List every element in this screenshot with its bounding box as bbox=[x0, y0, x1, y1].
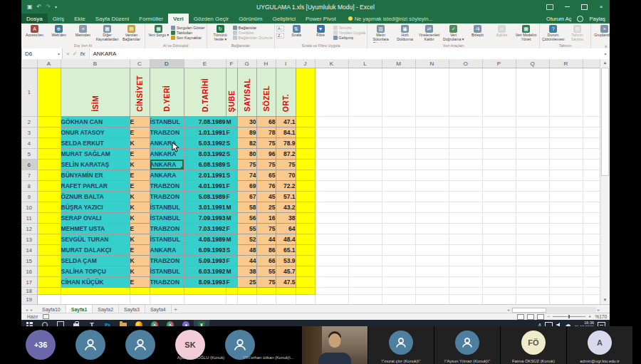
cell-C4[interactable]: K bbox=[130, 138, 150, 149]
cell-I3[interactable]: 84.1 bbox=[276, 128, 296, 138]
cell-N9[interactable] bbox=[415, 192, 449, 202]
ribbon-button-filtre[interactable]: ▼Filtre bbox=[309, 24, 333, 38]
cell-A2[interactable] bbox=[37, 117, 61, 128]
sort-a-button[interactable]: A↓ bbox=[276, 26, 283, 31]
column-header-F[interactable]: F bbox=[226, 59, 237, 68]
cell-O1[interactable] bbox=[449, 68, 482, 117]
cell-G12[interactable]: 55 bbox=[237, 224, 256, 234]
cell-P9[interactable] bbox=[482, 192, 516, 202]
ribbon-button-yinelenenleri-kaldır[interactable]: ⇄Yinelenenleri Kaldır bbox=[417, 24, 441, 42]
cell-J14[interactable] bbox=[296, 245, 315, 256]
row-header-10[interactable]: 10 bbox=[21, 202, 37, 213]
cell-P4[interactable] bbox=[482, 138, 516, 149]
cell-B7[interactable]: BÜNYAMİN ER bbox=[61, 170, 130, 181]
cell-J16[interactable] bbox=[296, 266, 315, 277]
column-header-M[interactable]: M bbox=[382, 59, 415, 68]
cell-P10[interactable] bbox=[482, 202, 516, 213]
column-header-G[interactable]: G bbox=[237, 59, 256, 68]
cell-B2[interactable]: GÖKHAN CAN bbox=[61, 117, 130, 128]
ribbon-button-varolan-bağlantılar[interactable]: ▤Varolan Bağlantılar bbox=[120, 24, 143, 42]
tab-görünüm[interactable]: Görünüm bbox=[234, 14, 267, 24]
cell-A5[interactable] bbox=[37, 149, 61, 160]
cell-N11[interactable] bbox=[415, 213, 449, 224]
row-header-11[interactable]: 11 bbox=[21, 213, 37, 224]
cell-E17[interactable]: 8.09.1993 bbox=[184, 277, 226, 288]
cell-N8[interactable] bbox=[415, 181, 449, 192]
cell-O13[interactable] bbox=[449, 234, 482, 245]
ribbon-button-hızlı-doldurma[interactable]: ▣Hızlı Doldurma bbox=[393, 24, 417, 42]
cell-A13[interactable] bbox=[37, 234, 61, 245]
cell-Q8[interactable] bbox=[516, 181, 549, 192]
cell-K15[interactable] bbox=[315, 256, 348, 266]
cell-I5[interactable]: 87.2 bbox=[276, 149, 296, 160]
cell-M10[interactable] bbox=[382, 202, 415, 213]
cell-K19[interactable] bbox=[315, 295, 348, 305]
cell-E3[interactable]: 1.01.1991 bbox=[184, 128, 226, 138]
column-header-D[interactable]: D bbox=[150, 59, 184, 68]
taskbar-clock[interactable]: 16:36 31.03.2021 bbox=[574, 321, 594, 326]
cell-M14[interactable] bbox=[382, 245, 415, 256]
excel-taskbar-button[interactable]: X bbox=[194, 320, 209, 326]
cell-N4[interactable] bbox=[415, 138, 449, 149]
cell-A7[interactable] bbox=[37, 170, 61, 181]
cell-P11[interactable] bbox=[482, 213, 516, 224]
ribbon-button-sorguları-göster[interactable]: Sorguları Göster bbox=[171, 26, 205, 30]
cell-Q12[interactable] bbox=[516, 224, 549, 234]
cell-G15[interactable]: 44 bbox=[237, 256, 256, 266]
cell-K5[interactable] bbox=[315, 149, 348, 160]
cell-G19[interactable] bbox=[237, 295, 256, 305]
cell-C18[interactable] bbox=[130, 288, 150, 295]
cell-E15[interactable]: 5.09.1993 bbox=[184, 256, 226, 266]
cell-L1[interactable] bbox=[348, 68, 382, 117]
cell-G11[interactable]: 56 bbox=[237, 213, 256, 224]
cell-M5[interactable] bbox=[382, 149, 415, 160]
cell-P12[interactable] bbox=[482, 224, 516, 234]
cell-J15[interactable] bbox=[296, 256, 315, 266]
cell-J2[interactable] bbox=[296, 117, 315, 128]
cell-F8[interactable]: F bbox=[226, 181, 237, 192]
ribbon-button-birleştir[interactable]: ⇉Birleştir bbox=[466, 24, 489, 38]
cell-O19[interactable] bbox=[449, 295, 482, 305]
cell-M13[interactable] bbox=[382, 234, 415, 245]
cell-H10[interactable]: 25 bbox=[256, 202, 276, 213]
cell-I8[interactable]: 72.2 bbox=[276, 181, 296, 192]
cell-O12[interactable] bbox=[449, 224, 482, 234]
cell-N15[interactable] bbox=[415, 256, 449, 266]
cell-L15[interactable] bbox=[348, 256, 382, 266]
cell-D3[interactable]: TRABZON bbox=[150, 128, 184, 138]
tab-geliştirici[interactable]: Geliştirici bbox=[267, 14, 300, 24]
row-header-18[interactable]: 18 bbox=[21, 288, 37, 295]
cell-J13[interactable] bbox=[296, 234, 315, 245]
cell-N13[interactable] bbox=[415, 234, 449, 245]
ribbon-button-tahmin-sayfası[interactable]: ▤Tahmin Sayfası bbox=[566, 24, 589, 42]
cell-E6[interactable]: 6.08.1989 bbox=[184, 160, 226, 170]
cell-G2[interactable]: 30 bbox=[237, 117, 256, 128]
participant-tile[interactable]: FÖFatma ÖKSÜZ (Konuk) bbox=[500, 326, 566, 364]
cell-B13[interactable]: SEVGÜL TURAN bbox=[61, 234, 130, 245]
row-header-8[interactable]: 8 bbox=[21, 181, 37, 192]
cell-F16[interactable]: M bbox=[226, 266, 237, 277]
cell-R6[interactable] bbox=[549, 160, 583, 170]
file-explorer-button[interactable] bbox=[115, 320, 131, 326]
column-header-E[interactable]: E bbox=[184, 59, 226, 68]
cell-Q9[interactable] bbox=[516, 192, 549, 202]
cell-Q2[interactable] bbox=[516, 117, 549, 128]
ribbon-button-bağlantıları-düzenle[interactable]: Bağlantıları Düzenle bbox=[233, 36, 273, 40]
cell-N1[interactable] bbox=[415, 68, 449, 117]
cell-F12[interactable]: F bbox=[226, 224, 237, 234]
restore-icon[interactable] bbox=[575, 0, 593, 14]
cell-F10[interactable]: M bbox=[226, 202, 237, 213]
participant-avatar[interactable] bbox=[125, 330, 155, 360]
cell-I13[interactable]: 48.4 bbox=[276, 234, 296, 245]
cell-F1[interactable]: ŞUBE bbox=[226, 68, 237, 117]
insert-function-icon[interactable]: fx bbox=[80, 51, 85, 57]
participant-video-tile[interactable] bbox=[301, 326, 368, 364]
cell-O7[interactable] bbox=[449, 170, 482, 181]
cell-H15[interactable]: 66 bbox=[256, 256, 276, 266]
cell-J7[interactable] bbox=[296, 170, 315, 181]
cell-P1[interactable] bbox=[482, 68, 516, 117]
photoshop-button[interactable]: Ps bbox=[100, 320, 115, 326]
cell-Q3[interactable] bbox=[516, 128, 549, 138]
row-header-7[interactable]: 7 bbox=[21, 170, 37, 181]
cell-H4[interactable]: 75 bbox=[256, 138, 276, 149]
